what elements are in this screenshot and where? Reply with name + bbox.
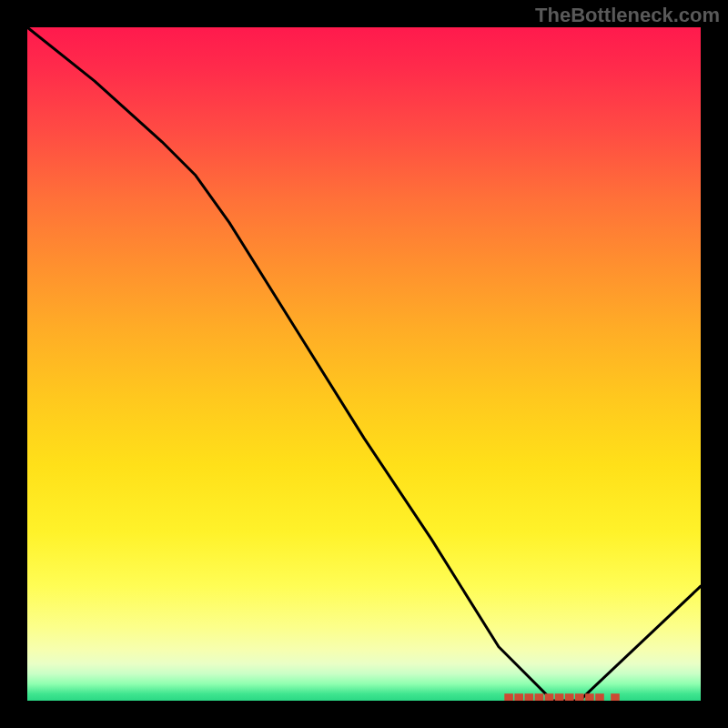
chart-frame: TheBottleneck.com bbox=[0, 0, 728, 728]
marker-point bbox=[535, 693, 544, 701]
marker-point bbox=[595, 693, 604, 701]
marker-point bbox=[611, 693, 620, 701]
marker-point bbox=[575, 693, 584, 701]
data-line bbox=[27, 27, 701, 701]
chart-plot-area bbox=[27, 27, 701, 701]
bottom-markers-group bbox=[504, 693, 620, 701]
marker-point bbox=[545, 693, 554, 701]
chart-line-group bbox=[27, 27, 701, 701]
watermark-text: TheBottleneck.com bbox=[535, 4, 720, 27]
marker-point bbox=[565, 693, 574, 701]
marker-point bbox=[555, 693, 564, 701]
marker-point bbox=[514, 693, 523, 701]
marker-point bbox=[585, 693, 594, 701]
marker-point bbox=[525, 693, 534, 701]
chart-svg bbox=[27, 27, 701, 701]
marker-point bbox=[504, 693, 513, 701]
